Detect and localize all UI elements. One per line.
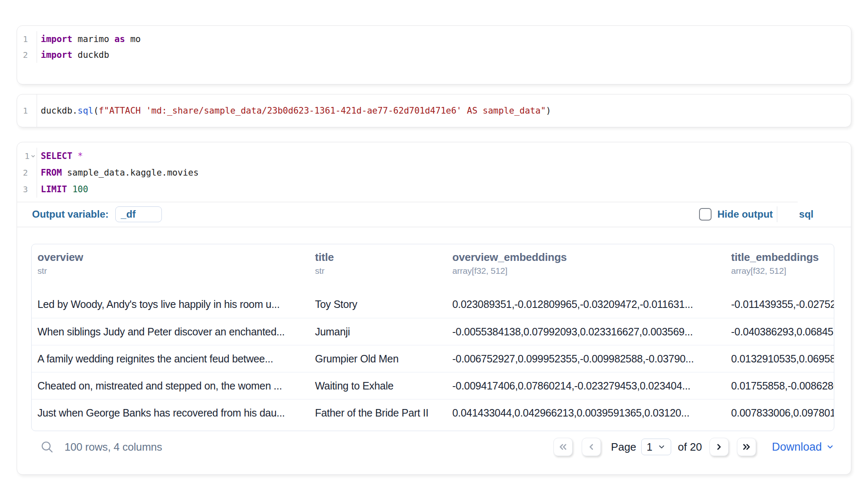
code-token: mo	[125, 34, 141, 44]
toolbar-divider	[777, 206, 777, 222]
code-token: marimo	[72, 34, 114, 44]
code-token: as	[114, 34, 125, 44]
search-button[interactable]	[40, 439, 55, 454]
output-variable-label: Output variable:	[32, 208, 109, 220]
code-token: LIMIT	[41, 184, 67, 194]
line-number: 3	[23, 184, 30, 194]
cell-title-embeddings: 0.01755858,-0.0086286	[725, 380, 834, 392]
line-number-gutter: 1	[17, 31, 37, 47]
table-footer: 100 rows, 4 columns Page 1 of 20 Downloa…	[31, 434, 834, 460]
hide-output-label: Hide output	[717, 208, 773, 220]
column-name: title	[315, 251, 446, 264]
chevron-down-icon	[826, 443, 834, 451]
cell-overview-embeddings: -0.009417406,0.07860214,-0.023279453,0.0…	[446, 380, 725, 392]
column-header-overview[interactable]: overview str	[32, 251, 309, 276]
code-line: 1 SELECT *	[17, 148, 851, 164]
sql-cell-toolbar: Output variable: Hide output sql	[17, 202, 851, 227]
code-line: 1 import marimo as mo	[17, 31, 851, 47]
previous-page-button[interactable]	[582, 438, 601, 456]
code-editor[interactable]: 1 duckdb.sql(f"ATTACH 'md:_share/sample_…	[17, 94, 851, 127]
line-number: 1	[23, 34, 30, 44]
code-token: 100	[72, 184, 88, 194]
output-variable-input[interactable]	[115, 206, 162, 222]
cell-overview-embeddings: 0.023089351,-0.012809965,-0.03209472,-0.…	[446, 298, 725, 310]
first-page-button[interactable]	[553, 438, 573, 456]
cell-title: Father of the Bride Part II	[309, 407, 446, 419]
column-name: title_embeddings	[731, 251, 834, 264]
code-token: duckdb.	[41, 106, 78, 116]
code-line: 1 duckdb.sql(f"ATTACH 'md:_share/sample_…	[17, 94, 851, 127]
fold-chevron-down-icon[interactable]	[30, 154, 37, 159]
chevron-left-icon	[586, 441, 597, 452]
code-token: sample_data.kaggle.movies	[62, 168, 199, 178]
code-text: FROM sample_data.kaggle.movies	[37, 164, 851, 181]
code-text: duckdb.sql(f"ATTACH 'md:_share/sample_da…	[37, 94, 851, 127]
table-row: Led by Woody, Andy's toys live happily i…	[32, 291, 834, 318]
line-number-gutter: 2	[17, 164, 37, 181]
cell-overview: When siblings Judy and Peter discover an…	[32, 326, 309, 338]
code-editor[interactable]: 1 import marimo as mo 2 import duckdb	[17, 26, 851, 63]
column-name: overview	[37, 251, 309, 264]
code-editor[interactable]: 1 SELECT * 2 FROM sample_data.kaggle.mov…	[17, 142, 851, 198]
code-token: f"ATTACH 'md:_share/sample_data/23b0d623…	[99, 106, 546, 116]
download-label: Download	[772, 441, 822, 454]
column-dtype: array[f32, 512]	[731, 266, 834, 276]
hide-output-checkbox[interactable]	[699, 208, 712, 221]
chevron-down-icon	[657, 443, 666, 451]
code-text: LIMIT 100	[37, 181, 851, 198]
cell-title-embeddings: -0.040386293,0.068451	[725, 326, 834, 338]
download-button[interactable]: Download	[772, 441, 834, 454]
code-token: )	[546, 106, 551, 116]
code-token: import	[41, 50, 72, 60]
code-line: 3 LIMIT 100	[17, 181, 851, 198]
line-number: 2	[23, 168, 30, 178]
cell-overview: Cheated on, mistreated and stepped on, t…	[32, 380, 309, 392]
line-number: 1	[23, 106, 30, 116]
next-page-button[interactable]	[709, 438, 729, 456]
cell-title: Grumpier Old Men	[309, 353, 446, 365]
code-token: SELECT	[41, 151, 72, 161]
chevrons-left-icon	[558, 441, 568, 452]
column-name: overview_embeddings	[452, 251, 725, 264]
table-row: Just when George Banks has recovered fro…	[32, 399, 834, 426]
table-row: A family wedding reignites the ancient f…	[32, 345, 834, 372]
page-count-label: of 20	[678, 441, 702, 454]
code-token: FROM	[41, 168, 62, 178]
column-dtype: str	[37, 266, 309, 276]
sql-cell: 1 SELECT * 2 FROM sample_data.kaggle.mov…	[17, 142, 851, 475]
code-text: import marimo as mo	[37, 31, 851, 47]
code-text: import duckdb	[37, 47, 851, 63]
cell-overview: Led by Woody, Andy's toys live happily i…	[32, 298, 309, 310]
cell-overview-embeddings: 0.041433044,0.042966213,0.0039591365,0.0…	[446, 407, 725, 419]
code-cell-attach[interactable]: 1 duckdb.sql(f"ATTACH 'md:_share/sample_…	[17, 94, 851, 127]
code-cell-imports[interactable]: 1 import marimo as mo 2 import duckdb	[17, 25, 851, 84]
cell-overview-embeddings: -0.0055384138,0.07992093,0.023316627,0.0…	[446, 326, 725, 338]
column-dtype: array[f32, 512]	[452, 266, 725, 276]
search-icon	[40, 440, 54, 454]
code-token	[72, 151, 78, 161]
cell-title-embeddings: -0.011439355,-0.02752	[725, 298, 834, 310]
code-text: SELECT *	[37, 148, 851, 164]
line-number-gutter: 1	[17, 148, 37, 164]
page-label: Page	[611, 441, 636, 454]
column-header-overview-embeddings[interactable]: overview_embeddings array[f32, 512]	[446, 251, 725, 276]
last-page-button[interactable]	[737, 438, 756, 456]
column-header-title[interactable]: title str	[309, 251, 446, 276]
table-row: When siblings Judy and Peter discover an…	[32, 318, 834, 345]
table-header-row: overview str title str overview_embeddin…	[32, 244, 834, 291]
code-line: 2 FROM sample_data.kaggle.movies	[17, 164, 851, 181]
language-label-sql[interactable]: sql	[799, 208, 813, 220]
cell-overview-embeddings: -0.006752927,0.099952355,-0.009982588,-0…	[446, 353, 725, 365]
line-number-gutter: 2	[17, 47, 37, 63]
cell-title-embeddings: 0.007833006,0.097801	[725, 407, 834, 419]
cell-title: Jumanji	[309, 326, 446, 338]
page-select[interactable]: 1	[641, 439, 671, 455]
column-dtype: str	[315, 266, 446, 276]
code-token: sql	[78, 106, 94, 116]
cell-title: Toy Story	[309, 298, 446, 310]
cell-overview: Just when George Banks has recovered fro…	[32, 407, 309, 419]
cell-title: Waiting to Exhale	[309, 380, 446, 392]
page-select-value: 1	[647, 441, 657, 453]
row-count-summary: 100 rows, 4 columns	[64, 441, 162, 454]
column-header-title-embeddings[interactable]: title_embeddings array[f32, 512]	[725, 251, 834, 276]
